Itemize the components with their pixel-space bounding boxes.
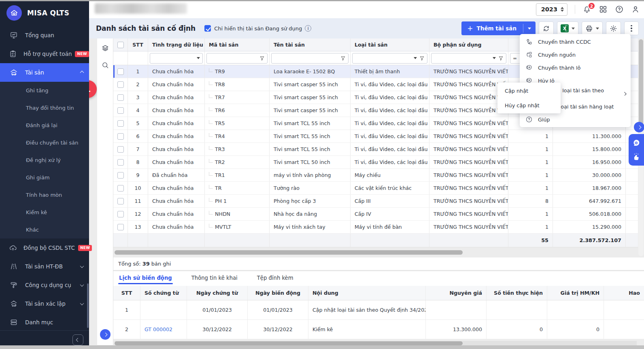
- sidebar-item-ho-tro-quyet-toan[interactable]: Hỗ trợ quyết toánNEW: [0, 45, 89, 63]
- cell-status: Chưa chuẩn hóa: [148, 130, 205, 143]
- asset-code: TR: [215, 185, 221, 191]
- row-checkbox[interactable]: [117, 107, 124, 114]
- sidebar-item-label: Tài sản xác lập: [25, 300, 66, 307]
- table-horizontal-scrollbar[interactable]: [115, 250, 631, 255]
- table-row[interactable]: 10Chưa chuẩn hóaTRTường ràoCác vật kiến …: [113, 182, 638, 195]
- column-header-col0: [113, 38, 128, 51]
- row-checkbox[interactable]: [117, 81, 124, 88]
- sidebar-item-tong-quan[interactable]: Tổng quan: [0, 26, 89, 45]
- cell-dept: TRƯỜNG THCS NGUYỄN VIẾT ...: [429, 91, 508, 104]
- table-row[interactable]: 8Chưa chuẩn hóaTR2Tivi smart TCL 50 inch…: [113, 156, 638, 169]
- cell-name: Loa karaoke E- 1502 BQ: [270, 65, 351, 78]
- scrollbar-thumb[interactable]: [639, 39, 643, 126]
- history-row[interactable]: 101/01/202301/01/2023Cập nhật loại tài s…: [113, 300, 644, 320]
- menu-item-chuyen-nguon[interactable]: Chuyển nguồn: [520, 48, 631, 61]
- history-row[interactable]: 2GT 00000230/12/202230/12/2022Kiểm kê13.…: [113, 320, 644, 339]
- sidebar-item-danh-muc[interactable]: Danh mục: [0, 313, 89, 332]
- collapse-right-button[interactable]: [634, 122, 644, 132]
- add-asset-button[interactable]: +Thêm tài sản: [461, 21, 536, 35]
- sidebar-item-tai-san[interactable]: Tài sản: [0, 63, 89, 82]
- scrollbar-thumb[interactable]: [115, 250, 463, 255]
- row-checkbox[interactable]: [117, 133, 124, 140]
- sidebar-item-tai-san-xac-lap[interactable]: Tài sản xác lập: [0, 294, 89, 313]
- user-button[interactable]: [631, 5, 640, 14]
- tab-thong-tin-ke-khai[interactable]: Thông tin kê khai: [191, 271, 238, 284]
- chevron-down-icon: [80, 264, 84, 268]
- row-checkbox[interactable]: [117, 185, 124, 192]
- help-button[interactable]: [615, 5, 624, 14]
- export-excel-button[interactable]: X: [557, 21, 578, 35]
- cell-code: TR6: [205, 104, 270, 117]
- record-summary: Tổng số: 39 bản ghi: [113, 257, 644, 270]
- tab-lich-su-bien-dong[interactable]: Lịch sử biến động: [118, 271, 173, 284]
- notifications-button[interactable]: 2: [582, 5, 591, 14]
- apps-button[interactable]: [599, 5, 608, 14]
- submenu-item-huy-cap-nhat[interactable]: Hủy cập nhật: [497, 98, 561, 113]
- row-checkbox[interactable]: [117, 198, 124, 204]
- sidebar-scrollbar[interactable]: [87, 283, 89, 328]
- row-checkbox[interactable]: [117, 211, 124, 217]
- search-icon[interactable]: [97, 61, 113, 69]
- menu-item-chuyen-thanh-lo[interactable]: Chuyển thành lô: [520, 61, 631, 74]
- row-checkbox[interactable]: [117, 146, 124, 153]
- scrollbar-thumb[interactable]: [115, 341, 463, 345]
- sidebar-subitem-de-nghi-xu-ly[interactable]: Đề nghị xử lý: [0, 151, 89, 169]
- cell-col0: [113, 104, 128, 117]
- sidebar-subitem-khac[interactable]: Khác: [0, 221, 89, 238]
- tab-tep-dinh-kem[interactable]: Tệp đính kèm: [256, 271, 294, 284]
- table-row[interactable]: 9Đã chuẩn hóaTR1máy vi tính văn phòngMáy…: [113, 169, 638, 182]
- fiscal-year-selector[interactable]: 2023: [536, 3, 567, 16]
- sidebar-subitem-dieu-chuyen-tai-san[interactable]: Điều chuyển tài sản: [0, 134, 89, 151]
- add-asset-dropdown[interactable]: [523, 28, 536, 30]
- more-actions-button[interactable]: [624, 21, 639, 35]
- sidebar-item-label: Hỗ trợ quyết toán: [23, 51, 72, 57]
- cell-stt: 5: [128, 117, 148, 130]
- sidebar-subitem-ghi-tang[interactable]: Ghi tăng: [0, 82, 89, 99]
- table-row[interactable]: 7Chưa chuẩn hóaTR3Tivi smart TCL 55 inch…: [113, 143, 638, 156]
- filter-input-type[interactable]: [352, 53, 427, 64]
- column-header-type: Loại tài sản: [351, 38, 429, 51]
- feedback-thumbs-up-icon[interactable]: [632, 152, 641, 161]
- row-checkbox[interactable]: [117, 224, 124, 230]
- sidebar-item-dong-bo-csdl-stc[interactable]: Đồng bộ CSDL STCNEW: [0, 238, 89, 257]
- sidebar-subitem-tinh-hao-mon[interactable]: Tính hao mòn: [0, 186, 89, 204]
- layers-icon[interactable]: [97, 44, 113, 52]
- collapse-sidebar-button[interactable]: [72, 334, 83, 345]
- row-checkbox[interactable]: [117, 120, 124, 127]
- cell-name: Tường rào: [270, 182, 351, 194]
- row-checkbox[interactable]: [117, 159, 124, 166]
- table-row[interactable]: 6Chưa chuẩn hóaTR4Tivi smart TCL 55 inch…: [113, 130, 638, 143]
- row-checkbox[interactable]: [117, 94, 124, 101]
- submenu-item-cap-nhat[interactable]: Cập nhật: [497, 83, 561, 98]
- chat-support-icon[interactable]: [632, 138, 641, 147]
- menu-item-chuyen-thanh-ccdc[interactable]: Chuyển thành CCDC: [520, 35, 631, 48]
- tree-node-icon: [209, 172, 213, 176]
- sidebar-subitem-ghi-giam[interactable]: Ghi giảm: [0, 169, 89, 186]
- filter-input-dept[interactable]: [431, 53, 506, 64]
- sidebar-subitem-kiem-ke[interactable]: Kiểm kê: [0, 204, 89, 221]
- sidebar-subitem-thay-doi-thong-tin[interactable]: Thay đổi thông tin: [0, 99, 89, 117]
- cell-status: Chưa chuẩn hóa: [148, 91, 205, 104]
- row-checkbox[interactable]: [117, 172, 124, 179]
- year-spinner-icon[interactable]: [561, 7, 564, 12]
- table-row[interactable]: 11Chưa chuẩn hóaPH 1Phòng học cấp 3Cấp I…: [113, 195, 638, 208]
- filter-input-name[interactable]: [271, 53, 349, 64]
- sidebar-subitem-danh-gia-lai[interactable]: Đánh giá lại: [0, 117, 89, 134]
- filter-input-status[interactable]: [150, 53, 203, 64]
- info-icon[interactable]: i: [305, 25, 311, 32]
- sidebar-item-tai-san-ht-db[interactable]: Tài sản HT-ĐB: [0, 257, 89, 276]
- expand-panel-button[interactable]: [100, 329, 111, 340]
- show-in-use-checkbox[interactable]: [204, 25, 211, 32]
- table-row[interactable]: 13Chưa chuẩn hóaMVTLTMáy vi tính xách ta…: [113, 221, 638, 234]
- select-all-checkbox[interactable]: [117, 42, 124, 48]
- sidebar-item-cong-cu-dung-cu[interactable]: Công cụ dụng cụ: [0, 276, 89, 294]
- row-checkbox[interactable]: [117, 68, 124, 75]
- filter-input-code[interactable]: [206, 53, 268, 64]
- menu-item-giup[interactable]: Giúp: [520, 113, 631, 126]
- tree-node-icon: [209, 146, 213, 150]
- print-button[interactable]: [582, 21, 603, 35]
- document-link[interactable]: GT 000002: [145, 326, 172, 332]
- settings-button[interactable]: [606, 21, 621, 35]
- table-row[interactable]: 12Chưa chuẩn hóaNHDNNhà học đa năngCấp I…: [113, 208, 638, 221]
- refresh-button[interactable]: [539, 21, 554, 35]
